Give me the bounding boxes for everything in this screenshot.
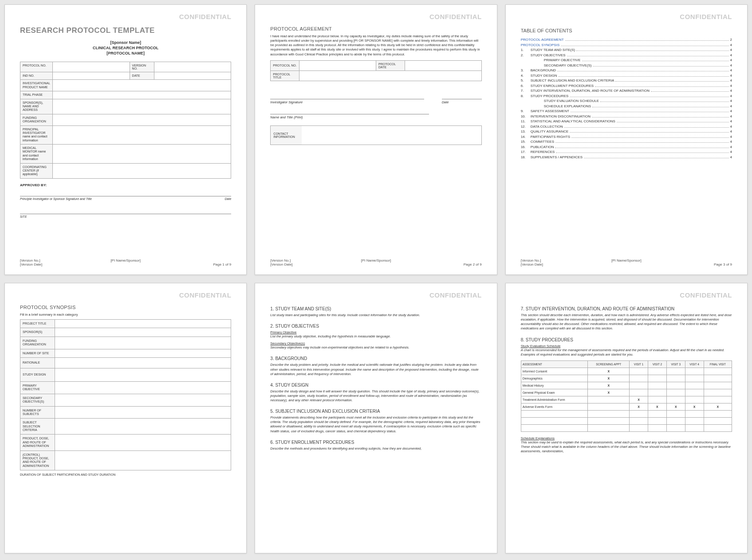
field[interactable] — [52, 145, 231, 164]
synopsis-field[interactable] — [55, 381, 231, 394]
assess-cell[interactable] — [588, 424, 630, 431]
field[interactable] — [52, 99, 231, 114]
assess-cell[interactable] — [666, 375, 685, 382]
assess-cell[interactable] — [704, 417, 732, 424]
synopsis-field[interactable] — [55, 450, 231, 470]
toc-item[interactable]: 8.STUDY PROCEDURES4 — [521, 94, 732, 98]
assess-cell[interactable] — [704, 389, 732, 396]
field[interactable] — [52, 125, 231, 145]
assess-cell[interactable] — [685, 389, 704, 396]
assess-cell[interactable] — [666, 417, 685, 424]
field-protocol-no[interactable] — [52, 62, 130, 72]
assess-cell[interactable]: X — [588, 368, 630, 375]
toc-item[interactable]: 12.DATA COLLECTION4 — [521, 125, 732, 129]
assess-cell[interactable] — [685, 375, 704, 382]
toc-item[interactable]: 7.STUDY INTERVENTION, DURATION, AND ROUT… — [521, 89, 732, 93]
assess-cell[interactable] — [685, 410, 704, 417]
synopsis-field[interactable] — [55, 320, 231, 328]
synopsis-field[interactable] — [55, 394, 231, 406]
assess-cell[interactable] — [685, 417, 704, 424]
assess-cell[interactable] — [704, 396, 732, 403]
toc-item[interactable]: 10.INTERVENTION DISCONTINUATION4 — [521, 114, 732, 118]
toc-link[interactable]: PROTOCOL AGREEMENT2 — [521, 38, 732, 42]
assess-cell[interactable] — [666, 410, 685, 417]
synopsis-field[interactable] — [55, 435, 231, 450]
toc-item[interactable]: 15.COMMITTEES4 — [521, 140, 732, 144]
assess-cell[interactable] — [648, 389, 667, 396]
assess-cell[interactable] — [704, 410, 732, 417]
assess-cell[interactable] — [666, 424, 685, 431]
toc-item[interactable]: SCHEDULE EXPLANATIONS4 — [521, 104, 732, 108]
assess-cell[interactable] — [666, 396, 685, 403]
assess-cell[interactable] — [630, 375, 648, 382]
assess-cell[interactable] — [588, 417, 630, 424]
assess-cell[interactable] — [685, 368, 704, 375]
toc-item[interactable]: 9.SAFETY ASSESSMENT4 — [521, 109, 732, 113]
toc-item[interactable]: 5.SUBJECT INCLUSION AND EXCLUSION CRITER… — [521, 78, 732, 82]
assess-cell[interactable] — [666, 368, 685, 375]
assess-cell[interactable] — [666, 382, 685, 389]
synopsis-field[interactable] — [55, 328, 231, 337]
field-contact-info[interactable] — [302, 125, 481, 145]
toc-item[interactable]: 13.QUALITY ASSURANCE4 — [521, 129, 732, 133]
synopsis-field[interactable] — [55, 349, 231, 357]
synopsis-field[interactable] — [55, 406, 231, 419]
assess-cell[interactable] — [648, 368, 667, 375]
assess-cell[interactable] — [704, 368, 732, 375]
assess-cell[interactable] — [685, 396, 704, 403]
toc-item[interactable]: 4.STUDY DESIGN4 — [521, 74, 732, 78]
toc-item[interactable]: 6.STUDY ENROLLMENT PROCEDURES4 — [521, 84, 732, 88]
field[interactable] — [52, 91, 231, 99]
field[interactable] — [52, 163, 231, 178]
assess-cell[interactable]: X — [588, 389, 630, 396]
assess-cell[interactable] — [588, 403, 630, 410]
assess-cell[interactable]: X — [588, 382, 630, 389]
assess-cell[interactable]: X — [630, 403, 648, 410]
toc-item[interactable]: SECONDARY OBJECTIVE(S)4 — [521, 63, 732, 67]
assess-cell[interactable] — [630, 389, 648, 396]
assess-cell[interactable] — [648, 410, 667, 417]
assess-cell[interactable]: X — [648, 403, 667, 410]
assess-cell[interactable]: X — [666, 403, 685, 410]
assess-cell[interactable]: X — [630, 396, 648, 403]
assess-cell[interactable] — [648, 375, 667, 382]
assess-cell[interactable] — [666, 389, 685, 396]
assess-cell[interactable] — [648, 382, 667, 389]
toc-item[interactable]: 16.PUBLICATION4 — [521, 145, 732, 149]
toc-link[interactable]: PROTOCOL SYNOPSIS4 — [521, 43, 732, 47]
field[interactable] — [52, 114, 231, 125]
assess-cell[interactable] — [648, 396, 667, 403]
synopsis-field[interactable] — [55, 419, 231, 435]
toc-item[interactable]: 1.STUDY TEAM AND SITE(S)4 — [521, 48, 732, 52]
assess-cell[interactable]: X — [685, 403, 704, 410]
synopsis-field[interactable] — [55, 357, 231, 368]
field[interactable] — [52, 80, 231, 91]
assess-cell[interactable]: X — [704, 403, 732, 410]
field-version-no[interactable] — [154, 62, 231, 72]
toc-item[interactable]: 17.REFERENCES4 — [521, 150, 732, 154]
toc-item[interactable]: 2.STUDY OBJECTIVES4 — [521, 53, 732, 57]
assess-cell[interactable] — [630, 424, 648, 431]
field-date[interactable] — [154, 72, 231, 80]
assess-cell[interactable] — [648, 424, 667, 431]
assess-cell[interactable] — [685, 382, 704, 389]
synopsis-field[interactable] — [55, 368, 231, 381]
assess-cell[interactable] — [630, 410, 648, 417]
assess-cell[interactable] — [630, 417, 648, 424]
field[interactable] — [405, 60, 481, 70]
assess-cell[interactable] — [588, 396, 630, 403]
assess-cell[interactable] — [588, 410, 630, 417]
field[interactable] — [299, 70, 481, 81]
assess-cell[interactable] — [648, 417, 667, 424]
synopsis-field[interactable] — [55, 337, 231, 349]
toc-item[interactable]: PRIMARY OBJECTIVE4 — [521, 58, 732, 62]
assess-cell[interactable] — [630, 368, 648, 375]
field-ind-no[interactable] — [52, 72, 130, 80]
field[interactable] — [299, 60, 376, 70]
assess-cell[interactable] — [685, 424, 704, 431]
assess-cell[interactable] — [704, 382, 732, 389]
toc-item[interactable]: 14.PARTICIPANTS RIGHTS4 — [521, 135, 732, 139]
toc-item[interactable]: 3.BACKGROUND4 — [521, 68, 732, 72]
toc-item[interactable]: 11.STATISTICAL AND ANALYTICAL CONSIDERAT… — [521, 119, 732, 123]
assess-cell[interactable]: X — [588, 375, 630, 382]
